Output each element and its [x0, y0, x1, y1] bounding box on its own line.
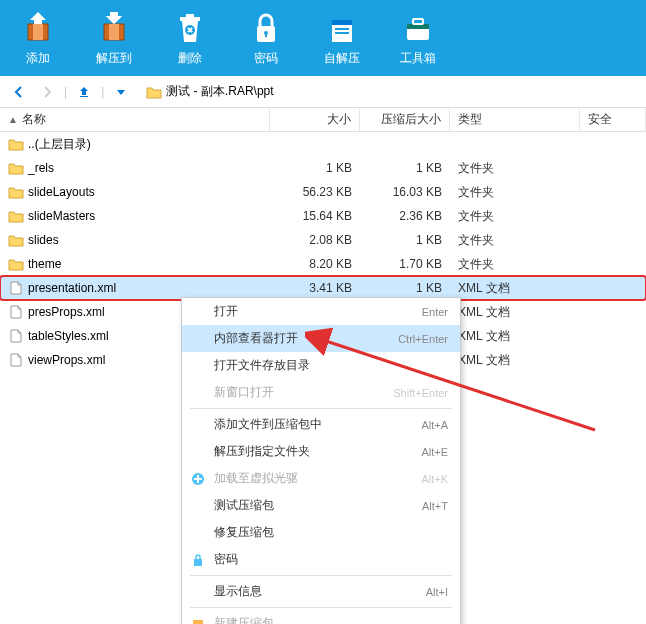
file-name: presProps.xml — [28, 305, 105, 319]
menu-separator — [190, 575, 452, 576]
file-packed: 2.36 KB — [360, 209, 450, 223]
menu-item[interactable]: 添加文件到压缩包中Alt+A — [182, 411, 460, 438]
toolbar-delete[interactable]: 删除 — [152, 4, 228, 72]
menu-label: 新建压缩包 — [214, 615, 448, 624]
breadcrumb[interactable]: 测试 - 副本.RAR\ppt — [146, 83, 273, 100]
svg-rect-4 — [180, 17, 200, 21]
main-toolbar: 添加 解压到 删除 密码 自解压 工具箱 — [0, 0, 646, 76]
column-size[interactable]: 大小 — [270, 108, 360, 131]
file-type: 文件夹 — [450, 208, 580, 225]
lock-icon — [190, 552, 206, 568]
nav-bar: | | 测试 - 副本.RAR\ppt — [0, 76, 646, 108]
file-size: 8.20 KB — [270, 257, 360, 271]
menu-label: 新窗口打开 — [214, 384, 393, 401]
plus-icon — [190, 471, 206, 487]
file-packed: 1.70 KB — [360, 257, 450, 271]
file-name: tableStyles.xml — [28, 329, 109, 343]
file-packed: 1 KB — [360, 161, 450, 175]
file-name: slides — [28, 233, 59, 247]
column-packed[interactable]: 压缩后大小 — [360, 108, 450, 131]
file-row[interactable]: theme8.20 KB1.70 KB文件夹 — [0, 252, 646, 276]
menu-label: 打开文件存放目录 — [214, 357, 448, 374]
menu-item[interactable]: 测试压缩包Alt+T — [182, 492, 460, 519]
menu-label: 显示信息 — [214, 583, 426, 600]
svg-rect-17 — [80, 96, 88, 97]
nav-dropdown-button[interactable] — [110, 81, 132, 103]
menu-shortcut: Enter — [422, 306, 448, 318]
file-packed: 16.03 KB — [360, 185, 450, 199]
file-row[interactable]: slideLayouts56.23 KB16.03 KB文件夹 — [0, 180, 646, 204]
file-type: 文件夹 — [450, 256, 580, 273]
file-row[interactable]: _rels1 KB1 KB文件夹 — [0, 156, 646, 180]
svg-rect-1 — [33, 24, 43, 40]
folder-icon — [146, 85, 162, 99]
menu-item[interactable]: 打开Enter — [182, 298, 460, 325]
menu-label: 密码 — [214, 551, 448, 568]
file-name: presentation.xml — [28, 281, 116, 295]
file-type: XML 文档 — [450, 352, 580, 369]
toolbox-icon — [400, 10, 436, 46]
add-icon — [20, 10, 56, 46]
file-name: viewProps.xml — [28, 353, 105, 367]
toolbar-toolbox[interactable]: 工具箱 — [380, 4, 456, 72]
file-name: ..(上层目录) — [28, 136, 91, 153]
svg-rect-16 — [413, 19, 423, 24]
toolbar-label: 删除 — [178, 50, 202, 67]
menu-shortcut: Alt+E — [421, 446, 448, 458]
svg-rect-9 — [265, 33, 267, 37]
file-name: theme — [28, 257, 61, 271]
toolbar-sfx[interactable]: 自解压 — [304, 4, 380, 72]
column-name[interactable]: ▲名称 — [0, 108, 270, 131]
breadcrumb-text: 测试 - 副本.RAR\ppt — [166, 83, 273, 100]
file-name: slideMasters — [28, 209, 95, 223]
file-row[interactable]: slideMasters15.64 KB2.36 KB文件夹 — [0, 204, 646, 228]
menu-label: 内部查看器打开 — [214, 330, 398, 347]
nav-up-button[interactable] — [73, 81, 95, 103]
toolbar-add[interactable]: 添加 — [0, 4, 76, 72]
file-type: XML 文档 — [450, 304, 580, 321]
file-type: 文件夹 — [450, 232, 580, 249]
nav-forward-button[interactable] — [36, 81, 58, 103]
column-secure[interactable]: 安全 — [580, 108, 646, 131]
menu-item[interactable]: 内部查看器打开Ctrl+Enter — [182, 325, 460, 352]
menu-label: 测试压缩包 — [214, 497, 422, 514]
file-type: XML 文档 — [450, 328, 580, 345]
nav-back-button[interactable] — [8, 81, 30, 103]
menu-item[interactable]: 解压到指定文件夹Alt+E — [182, 438, 460, 465]
context-menu: 打开Enter内部查看器打开Ctrl+Enter打开文件存放目录新窗口打开Shi… — [181, 297, 461, 624]
table-header: ▲名称 大小 压缩后大小 类型 安全 — [0, 108, 646, 132]
file-row[interactable]: ..(上层目录) — [0, 132, 646, 156]
menu-item[interactable]: 打开文件存放目录 — [182, 352, 460, 379]
file-row[interactable]: slides2.08 KB1 KB文件夹 — [0, 228, 646, 252]
toolbar-extract[interactable]: 解压到 — [76, 4, 152, 72]
menu-shortcut: Shift+Enter — [393, 387, 448, 399]
menu-separator — [190, 607, 452, 608]
svg-rect-12 — [335, 28, 349, 30]
menu-item[interactable]: 显示信息Alt+I — [182, 578, 460, 605]
menu-shortcut: Alt+A — [421, 419, 448, 431]
file-name: slideLayouts — [28, 185, 95, 199]
file-packed: 1 KB — [360, 233, 450, 247]
delete-icon — [172, 10, 208, 46]
extract-icon — [96, 10, 132, 46]
svg-rect-3 — [109, 24, 119, 40]
menu-label: 加载至虚拟光驱 — [214, 470, 421, 487]
toolbar-label: 解压到 — [96, 50, 132, 67]
menu-item: 加载至虚拟光驱Alt+K — [182, 465, 460, 492]
separator: | — [101, 85, 104, 99]
file-type: XML 文档 — [450, 280, 580, 297]
menu-shortcut: Alt+K — [421, 473, 448, 485]
toolbar-label: 密码 — [254, 50, 278, 67]
file-size: 15.64 KB — [270, 209, 360, 223]
column-type[interactable]: 类型 — [450, 108, 580, 131]
separator: | — [64, 85, 67, 99]
svg-rect-13 — [335, 32, 349, 34]
menu-separator — [190, 408, 452, 409]
menu-item[interactable]: 密码 — [182, 546, 460, 573]
svg-rect-11 — [332, 20, 352, 25]
file-size: 56.23 KB — [270, 185, 360, 199]
menu-item[interactable]: 修复压缩包 — [182, 519, 460, 546]
svg-rect-5 — [186, 14, 194, 17]
file-size: 1 KB — [270, 161, 360, 175]
toolbar-password[interactable]: 密码 — [228, 4, 304, 72]
